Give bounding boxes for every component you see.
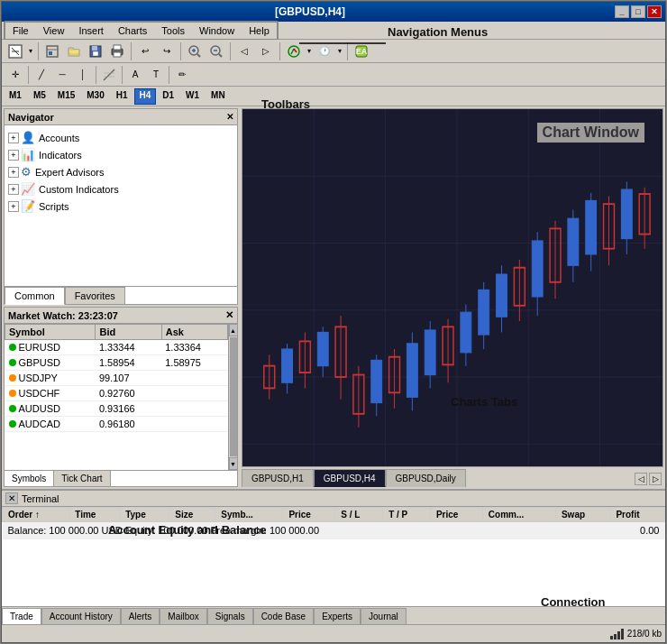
scroll-up[interactable]: ▲: [229, 324, 238, 336]
bottom-tab-alerts[interactable]: Alerts: [121, 608, 160, 624]
crosshair-btn[interactable]: ✛: [5, 65, 25, 85]
profiles-btn[interactable]: [42, 41, 62, 61]
fib-btn[interactable]: [99, 65, 119, 85]
chart-tab-nav: ◁ ▷: [633, 471, 663, 487]
redo-btn[interactable]: ↪: [157, 41, 177, 61]
time-btn[interactable]: 🕐: [315, 41, 334, 61]
hline-btn[interactable]: ─: [52, 65, 72, 85]
chart-prev-btn[interactable]: ◁: [635, 473, 647, 485]
expand-accounts[interactable]: +: [8, 133, 19, 143]
bottom-tab-mailbox[interactable]: Mailbox: [160, 608, 206, 624]
market-watch-row[interactable]: GBPUSD 1.58954 1.58975: [5, 355, 228, 371]
new-chart-btn[interactable]: [5, 41, 25, 61]
menu-window[interactable]: Window: [192, 23, 242, 39]
chart-tab-daily[interactable]: GBPUSD,Daily: [386, 469, 466, 487]
mw-bid: 0.96180: [96, 417, 161, 432]
menu-view[interactable]: View: [36, 23, 72, 39]
navigator-close-btn[interactable]: ✕: [226, 112, 233, 122]
market-watch-close-btn[interactable]: ✕: [225, 309, 233, 321]
period-mn[interactable]: MN: [206, 88, 231, 105]
vline-btn[interactable]: │: [73, 65, 93, 85]
text-btn[interactable]: A: [125, 65, 145, 85]
nav-experts[interactable]: + ⚙ Expert Advisors: [8, 163, 233, 180]
period-m15[interactable]: M15: [52, 88, 80, 105]
nav-scripts[interactable]: + 📝 Scripts: [8, 198, 233, 215]
mw-tab-tick-chart[interactable]: Tick Chart: [54, 471, 110, 486]
scroll-thumb[interactable]: [230, 337, 237, 456]
nav-tab-favorites[interactable]: Favorites: [65, 287, 125, 304]
chart-tab-h1[interactable]: GBPUSD,H1: [242, 469, 314, 487]
bottom-tab-experts[interactable]: Experts: [314, 608, 361, 624]
menu-charts[interactable]: Charts: [111, 23, 154, 39]
bottom-tab-account-history[interactable]: Account History: [41, 608, 121, 624]
bottom-tab-journal[interactable]: Journal: [361, 608, 407, 624]
sep6: [347, 42, 348, 60]
maximize-button[interactable]: □: [631, 5, 645, 18]
expand-indicators[interactable]: +: [8, 150, 19, 161]
market-watch-row[interactable]: AUDUSD 0.93166: [5, 401, 228, 417]
bottom-tab-signals[interactable]: Signals: [207, 608, 253, 624]
bottom-tabs: Trade Account History Alerts Mailbox Sig…: [2, 606, 665, 624]
chart-window[interactable]: Chart Window: [242, 108, 663, 467]
expand-scripts[interactable]: +: [8, 201, 19, 212]
terminal-close-btn[interactable]: ✕: [5, 492, 18, 504]
line-btn[interactable]: ╱: [32, 65, 51, 85]
save-btn[interactable]: [86, 41, 105, 61]
time-dropdown[interactable]: ▾: [336, 41, 343, 61]
bottom-tab-trade[interactable]: Trade: [2, 608, 41, 624]
svg-rect-53: [389, 357, 400, 393]
toolbar-row-2: ✛ ╱ ─ │ A T ✏: [2, 63, 665, 87]
zoom-out-btn[interactable]: [206, 41, 226, 61]
menu-help[interactable]: Help: [242, 23, 277, 39]
close-button[interactable]: ✕: [647, 5, 662, 18]
nav-indicators[interactable]: + 📊 Indicators: [8, 146, 233, 163]
indicator-btn[interactable]: [284, 41, 304, 61]
terminal-panel: ✕ Terminal Order ↑ Time Type Size Symb..…: [2, 489, 665, 606]
market-watch-row[interactable]: AUDCAD 0.96180: [5, 417, 228, 432]
mw-symbol: GBPUSD: [5, 355, 96, 371]
period-m5[interactable]: M5: [28, 88, 51, 105]
market-watch-row[interactable]: USDCHF 0.92760: [5, 386, 228, 401]
expand-experts[interactable]: +: [8, 167, 19, 178]
period-m30[interactable]: M30: [81, 88, 109, 105]
chart-next-btn[interactable]: ▷: [649, 473, 662, 485]
scroll-down[interactable]: ▼: [229, 457, 238, 470]
chart-area: Chart Window GBPUSD,H1 GBPUSD,H4 GBPUSD,…: [242, 108, 663, 487]
period-h4[interactable]: H4: [134, 88, 157, 105]
label-btn[interactable]: T: [146, 65, 166, 85]
nav-tab-common[interactable]: Common: [5, 287, 65, 305]
market-watch-scrollbar[interactable]: ▲ ▼: [228, 324, 237, 470]
period-d1[interactable]: D1: [157, 88, 179, 105]
market-watch-row[interactable]: USDJPY 99.107: [5, 371, 228, 386]
svg-rect-79: [621, 189, 632, 238]
period-w1[interactable]: W1: [180, 88, 205, 105]
undo-btn[interactable]: ↩: [135, 41, 155, 61]
menu-tools[interactable]: Tools: [154, 23, 192, 39]
chart-tab-h4[interactable]: GBPUSD,H4: [314, 469, 386, 487]
mw-tab-symbols[interactable]: Symbols: [5, 471, 54, 486]
period-m1[interactable]: M1: [4, 88, 27, 105]
menu-insert[interactable]: Insert: [71, 23, 111, 39]
svg-rect-49: [353, 375, 364, 414]
market-watch-row[interactable]: EURUSD 1.33344 1.33364: [5, 340, 228, 355]
bottom-tab-code-base[interactable]: Code Base: [253, 608, 314, 624]
zoom-in-btn[interactable]: [185, 41, 205, 61]
minimize-button[interactable]: _: [615, 5, 629, 18]
indicator-dropdown[interactable]: ▾: [306, 41, 313, 61]
draw-btn[interactable]: ✏: [172, 65, 192, 85]
nav-accounts[interactable]: + 👤 Accounts: [8, 129, 233, 146]
nav-indicators-label: Indicators: [39, 150, 82, 161]
new-chart-dropdown[interactable]: ▾: [27, 41, 34, 61]
chart-scroll-left[interactable]: ◁: [234, 41, 254, 61]
period-h1[interactable]: H1: [111, 88, 133, 105]
sep4: [230, 42, 231, 60]
print-btn[interactable]: [107, 41, 127, 61]
open-btn[interactable]: [64, 41, 84, 61]
nav-custom-indicators[interactable]: + 📈 Custom Indicators: [8, 180, 233, 198]
svg-rect-77: [604, 204, 615, 249]
expand-custom[interactable]: +: [8, 184, 19, 195]
chart-scroll-right[interactable]: ▷: [256, 41, 276, 61]
svg-rect-45: [317, 333, 328, 366]
expert-btn[interactable]: EA: [352, 41, 371, 61]
menu-file[interactable]: File: [5, 23, 36, 39]
